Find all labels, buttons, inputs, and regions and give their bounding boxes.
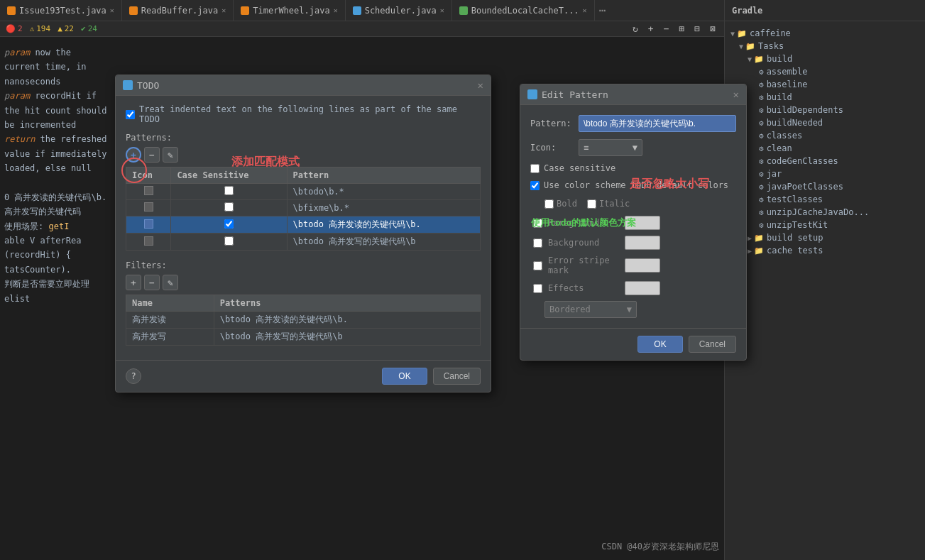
todo-dialog-footer: ? OK Cancel: [116, 360, 491, 392]
tree-item-unziptestkit[interactable]: ⚙ unzipTestKit: [728, 219, 922, 231]
todo-dialog-close[interactable]: ✕: [478, 79, 483, 91]
status-bar: 🔴 2 ⚠ 194 ▲ 22 ✔ 24 ↻ + − ⊞ ⊟ ⊠: [0, 21, 724, 37]
help-button[interactable]: ?: [126, 368, 141, 384]
tab-label-scheduler: Scheduler.java: [365, 6, 437, 16]
tab-close-readbuffer[interactable]: ✕: [221, 6, 226, 14]
pattern-input[interactable]: [579, 115, 736, 132]
tree-item-build[interactable]: ⚙ build: [728, 91, 922, 104]
code-line-10: 判断是否需要立即处理: [4, 277, 109, 291]
use-color-checkbox[interactable]: [530, 181, 540, 190]
filter-row-2[interactable]: 高并发写 \btodo 高并发写的关键代码\b: [126, 329, 481, 346]
tree-item-jar[interactable]: ⚙ jar: [728, 168, 922, 180]
tab-close-bounded[interactable]: ✕: [583, 6, 587, 14]
filter-row-1[interactable]: 高并发读 \btodo 高并发读的关键代码\b.: [126, 312, 481, 329]
folder-icon-caffeine: 📁: [737, 29, 747, 38]
minus-btn[interactable]: −: [661, 22, 672, 35]
edit-filter-btn[interactable]: ✎: [163, 275, 178, 290]
pattern-text-4: \btodo 高并发写的关键代码\b: [287, 234, 480, 251]
remove-filter-btn[interactable]: −: [144, 275, 160, 290]
pattern-row-2[interactable]: \bfixme\b.*: [126, 200, 481, 216]
add-btn[interactable]: +: [645, 22, 657, 35]
tree-item-cachetests[interactable]: ▶ 📁 cache tests: [728, 244, 922, 257]
layout-btn[interactable]: ⊞: [677, 22, 688, 35]
effects-checkbox[interactable]: [533, 284, 542, 293]
edit-dialog-close[interactable]: ✕: [733, 89, 739, 100]
pattern-row-3[interactable]: \btodo 高并发读的关键代码\b.: [126, 216, 481, 234]
effects-dropdown-select[interactable]: Bordered ▼: [544, 301, 637, 318]
tab-close-timerwheel[interactable]: ✕: [334, 6, 338, 14]
tree-item-buildsetup[interactable]: ▶ 📁 build setup: [728, 231, 922, 244]
label-build: build: [767, 92, 792, 102]
tree-item-classes[interactable]: ⚙ classes: [728, 129, 922, 142]
icon-select-box[interactable]: ≡ ▼: [579, 139, 642, 156]
gear-icon-assemble: ⚙: [759, 67, 764, 77]
case-sensitive-checkbox[interactable]: [530, 164, 540, 173]
label-assemble: assemble: [767, 67, 808, 77]
split-btn[interactable]: ⊟: [691, 22, 703, 35]
todo-ok-button[interactable]: OK: [382, 368, 427, 385]
tree-item-codegenclasses[interactable]: ⚙ codeGenClasses: [728, 155, 922, 168]
tree-item-tasks[interactable]: ▼ 📁 Tasks: [728, 40, 922, 53]
refresh-btn[interactable]: ↻: [630, 22, 641, 35]
italic-label: Italic: [599, 199, 630, 209]
italic-checkbox[interactable]: [587, 199, 596, 209]
gear-icon-buildneeded: ⚙: [759, 119, 764, 128]
background-swatch[interactable]: [625, 236, 660, 250]
error-count: 🔴 2: [6, 24, 23, 33]
tab-bounded[interactable]: BoundedLocalCacheT... ✕: [452, 0, 595, 21]
case-sensitive-row: Case sensitive: [530, 163, 736, 173]
case-sensitive-label: Case sensitive: [544, 163, 615, 173]
tree-item-unzipjcache[interactable]: ⚙ unzipJCacheJavaDo...: [728, 206, 922, 219]
background-checkbox[interactable]: [533, 238, 542, 248]
error-stripe-swatch[interactable]: [625, 258, 660, 273]
edit-pattern-btn[interactable]: ✎: [163, 147, 178, 163]
filter-col-name: Name: [126, 295, 214, 312]
pattern-case-4: [171, 234, 287, 251]
error-stripe-checkbox[interactable]: [533, 261, 542, 270]
code-line-7: able V afterRea: [4, 234, 109, 248]
tree-item-caffeine[interactable]: ▼ 📁 caffeine: [728, 27, 922, 40]
edit-ok-button[interactable]: OK: [637, 336, 682, 353]
remove-pattern-btn[interactable]: −: [144, 147, 160, 163]
effects-dropdown-arrow: ▼: [627, 304, 632, 314]
filters-section-label: Filters:: [126, 260, 481, 270]
tree-item-clean[interactable]: ⚙ clean: [728, 142, 922, 155]
tree-item-javapoet[interactable]: ⚙ javaPoetClasses: [728, 180, 922, 193]
edit-cancel-button[interactable]: Cancel: [689, 336, 736, 353]
add-pattern-btn[interactable]: +: [126, 147, 141, 163]
pattern-icon-1: [126, 184, 171, 200]
tab-scheduler[interactable]: Scheduler.java ✕: [346, 0, 452, 21]
tab-close-scheduler[interactable]: ✕: [440, 6, 444, 14]
label-baseline: baseline: [767, 79, 808, 89]
label-codegenclasses: codeGenClasses: [767, 156, 838, 166]
more-btn[interactable]: ⊠: [707, 22, 718, 35]
tree-item-build-folder[interactable]: ▼ 📁 build: [728, 53, 922, 65]
use-color-row: Use color scheme TODO default colors: [530, 180, 736, 190]
tree-item-buildneeded[interactable]: ⚙ buildNeeded: [728, 116, 922, 129]
todo-checkbox[interactable]: [126, 110, 135, 119]
tab-issue193[interactable]: Issue193Test.java ✕: [0, 0, 122, 21]
arrow-tasks: ▼: [739, 43, 743, 50]
pattern-field-row: Pattern:: [530, 115, 736, 132]
tab-timerwheel[interactable]: TimerWheel.java ✕: [234, 0, 345, 21]
effects-dropdown-row: Bordered ▼: [530, 301, 736, 318]
filter-col-patterns: Patterns: [214, 295, 480, 312]
tab-close-issue193[interactable]: ✕: [110, 6, 114, 14]
tree-item-builddependents[interactable]: ⚙ buildDependents: [728, 104, 922, 116]
foreground-checkbox[interactable]: [533, 219, 542, 228]
foreground-swatch[interactable]: [625, 216, 660, 230]
add-filter-btn[interactable]: +: [126, 275, 141, 290]
filters-toolbar: + − ✎: [126, 275, 481, 290]
bold-label: Bold: [557, 199, 577, 209]
tree-item-baseline[interactable]: ⚙ baseline: [728, 78, 922, 91]
tree-item-testclasses[interactable]: ⚙ testClasses: [728, 193, 922, 206]
effects-swatch[interactable]: [625, 281, 660, 295]
effects-dropdown-value: Bordered: [549, 304, 591, 314]
tab-overflow[interactable]: ⋯: [595, 4, 611, 17]
pattern-row-4[interactable]: \btodo 高并发写的关键代码\b: [126, 234, 481, 251]
bold-checkbox[interactable]: [544, 199, 554, 209]
pattern-row-1[interactable]: \btodo\b.*: [126, 184, 481, 200]
tab-readbuffer[interactable]: ReadBuffer.java ✕: [122, 0, 234, 21]
todo-cancel-button[interactable]: Cancel: [433, 368, 481, 385]
tree-item-assemble[interactable]: ⚙ assemble: [728, 65, 922, 78]
